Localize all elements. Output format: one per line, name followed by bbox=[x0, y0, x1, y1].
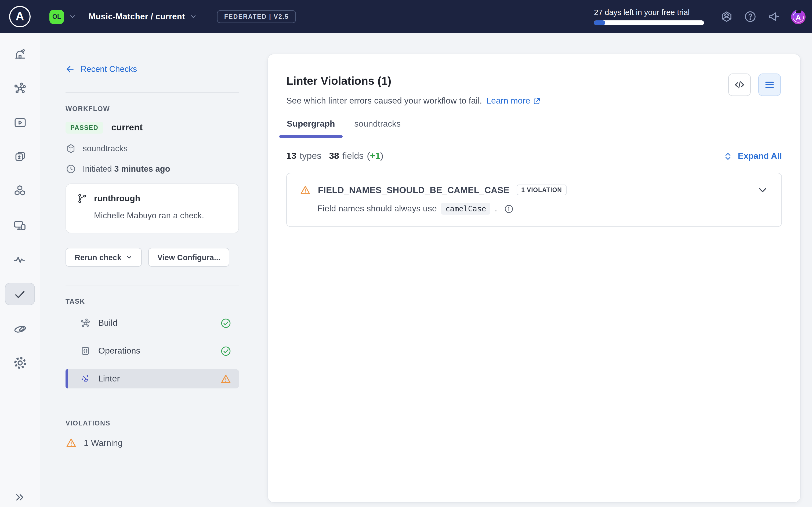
main-content: Linter Violations (1) See which linter e… bbox=[252, 33, 812, 507]
subtitle-text: See which linter errors caused your work… bbox=[286, 96, 482, 106]
code-view-button[interactable] bbox=[728, 73, 751, 96]
build-task-icon bbox=[80, 318, 91, 328]
violation-rule-name: FIELD_NAMES_SHOULD_BE_CAMEL_CASE bbox=[318, 185, 509, 195]
build-passed-icon bbox=[220, 317, 232, 329]
warning-triangle-icon bbox=[65, 437, 77, 449]
learn-more-link[interactable]: Learn more bbox=[486, 96, 541, 106]
operations-passed-icon bbox=[220, 345, 232, 356]
nav-schema-icon[interactable] bbox=[13, 81, 27, 95]
operations-task-icon bbox=[80, 345, 91, 356]
tab-supergraph[interactable]: Supergraph bbox=[279, 119, 343, 137]
divider bbox=[65, 92, 239, 93]
nav-insights-icon[interactable] bbox=[13, 253, 27, 266]
logo-letter: A bbox=[15, 10, 24, 23]
apollo-logo[interactable]: A bbox=[0, 0, 40, 33]
linter-warning-icon bbox=[220, 373, 232, 384]
trial-progress-fill bbox=[594, 20, 605, 25]
task-label: Linter bbox=[98, 374, 120, 384]
federation-badge: FEDERATED | V2.5 bbox=[217, 10, 296, 23]
tab-soundtracks[interactable]: soundtracks bbox=[347, 119, 408, 137]
task-label: Build bbox=[98, 318, 117, 328]
org-chevron-down-icon[interactable] bbox=[69, 13, 76, 20]
expand-all-button[interactable]: Expand All bbox=[723, 151, 782, 161]
org-badge[interactable]: OL bbox=[49, 9, 64, 24]
fields-delta: (+1) bbox=[367, 151, 383, 162]
expand-all-icon bbox=[723, 152, 732, 161]
nav-clients-icon[interactable] bbox=[13, 219, 27, 232]
page-subtitle: See which linter errors caused your work… bbox=[286, 96, 782, 106]
graduation-cap-icon bbox=[796, 10, 802, 13]
types-count: 13 bbox=[286, 151, 296, 162]
subgraph-row: soundtracks bbox=[65, 143, 239, 154]
git-branch-icon bbox=[77, 193, 88, 204]
violations-summary: 1 Warning bbox=[84, 438, 123, 448]
nav-home-icon[interactable] bbox=[13, 47, 27, 60]
violations-summary-row: 1 Warning bbox=[65, 437, 239, 449]
help-icon[interactable] bbox=[744, 10, 757, 23]
workflow-status-row: PASSED current bbox=[65, 122, 239, 133]
rerun-check-label: Rerun check bbox=[74, 253, 121, 262]
task-row-linter[interactable]: Linter bbox=[65, 369, 239, 388]
initiated-time: 3 minutes ago bbox=[114, 164, 170, 173]
linter-task-icon bbox=[80, 374, 91, 384]
initiated-row: Initiated 3 minutes ago bbox=[65, 164, 239, 174]
schema-counts: 13 types 38 fields (+1) bbox=[286, 151, 384, 162]
schema-tabs: Supergraph soundtracks bbox=[279, 119, 800, 137]
task-label: Operations bbox=[98, 346, 141, 356]
view-configuration-label: View Configura... bbox=[157, 253, 220, 262]
top-bar: A OL Music-Matcher / current FEDERATED |… bbox=[0, 0, 812, 33]
linter-violations-card: Linter Violations (1) See which linter e… bbox=[267, 54, 801, 503]
counts-row: 13 types 38 fields (+1) Expand All bbox=[286, 151, 782, 162]
chevron-down-icon bbox=[126, 254, 133, 261]
collapse-rail-icon[interactable] bbox=[14, 492, 25, 503]
nav-rail bbox=[0, 33, 40, 507]
launch-cube-icon[interactable] bbox=[720, 10, 733, 23]
code-icon bbox=[733, 79, 746, 91]
trigger-description: Michelle Mabuyo ran a check. bbox=[94, 209, 217, 223]
workflow-name: current bbox=[111, 122, 143, 133]
task-row-operations[interactable]: Operations bbox=[65, 341, 239, 360]
nav-settings-icon[interactable] bbox=[13, 356, 27, 369]
code-chip: camelCase bbox=[441, 203, 491, 215]
list-icon bbox=[764, 79, 775, 91]
info-icon[interactable] bbox=[503, 204, 514, 214]
subgraph-name: soundtracks bbox=[83, 144, 128, 154]
violation-expand-chevron[interactable] bbox=[757, 184, 768, 196]
nav-checks-selected[interactable] bbox=[5, 283, 35, 305]
initiated-text: Initiated 3 minutes ago bbox=[83, 164, 170, 174]
back-to-recent-checks[interactable]: Recent Checks bbox=[65, 64, 239, 74]
violation-description: Field names should always use camelCase … bbox=[300, 203, 768, 215]
trial-text: 27 days left in your free trial bbox=[594, 8, 704, 17]
back-link-label: Recent Checks bbox=[81, 64, 137, 74]
rerun-check-button[interactable]: Rerun check bbox=[65, 248, 142, 267]
nav-changelog-icon[interactable] bbox=[13, 150, 27, 163]
task-section-label: TASK bbox=[65, 298, 239, 305]
avatar-letter: A bbox=[796, 13, 801, 21]
learn-more-label: Learn more bbox=[486, 96, 530, 106]
task-row-build[interactable]: Build bbox=[65, 313, 239, 333]
box-icon bbox=[65, 143, 76, 154]
violation-description-period: . bbox=[495, 204, 497, 214]
arrow-left-icon bbox=[65, 64, 75, 74]
trial-progress-bar bbox=[594, 20, 704, 25]
clock-icon bbox=[65, 164, 76, 174]
task-list: Build Operations bbox=[65, 313, 239, 388]
graph-title[interactable]: Music-Matcher / current bbox=[89, 12, 185, 21]
graph-chevron-down-icon[interactable] bbox=[190, 13, 197, 20]
announcements-icon[interactable] bbox=[767, 10, 780, 23]
trigger-card: runthrough Michelle Mabuyo ran a check. bbox=[65, 183, 239, 233]
nav-explorer-icon[interactable] bbox=[13, 116, 27, 129]
expand-all-label: Expand All bbox=[738, 151, 782, 161]
nav-subgraphs-icon[interactable] bbox=[13, 184, 27, 198]
view-configuration-button[interactable]: View Configura... bbox=[148, 248, 230, 267]
list-view-button[interactable] bbox=[758, 73, 781, 96]
apollo-logo-icon: A bbox=[9, 6, 31, 27]
user-avatar[interactable]: A bbox=[791, 9, 806, 24]
violation-header: FIELD_NAMES_SHOULD_BE_CAMEL_CASE 1 VIOLA… bbox=[300, 184, 768, 196]
fields-count: 38 bbox=[329, 151, 339, 162]
nav-launches-icon[interactable] bbox=[13, 322, 27, 335]
workflow-section-label: WORKFLOW bbox=[65, 105, 239, 113]
trigger-name: runthrough bbox=[94, 194, 140, 203]
types-label: types bbox=[300, 151, 321, 162]
divider bbox=[65, 407, 239, 407]
